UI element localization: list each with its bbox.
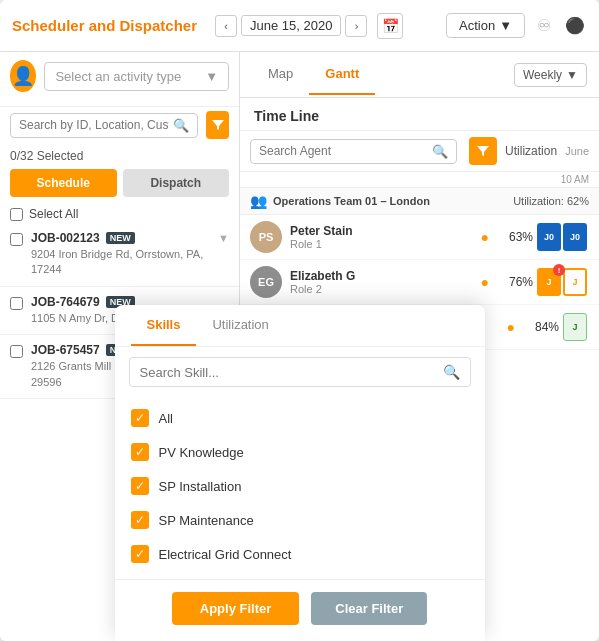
date-column-header: June bbox=[565, 145, 589, 157]
sidebar-search-row: 🔍 bbox=[0, 107, 239, 143]
agent-search-icon: 🔍 bbox=[432, 144, 448, 159]
filter-icon bbox=[211, 118, 225, 132]
agent-name-0: Peter Stain bbox=[290, 224, 481, 238]
location-icon-2: ● bbox=[507, 319, 515, 335]
team-utilization: Utilization: 62% bbox=[513, 195, 589, 207]
filter-tabs: Skills Utilization bbox=[115, 305, 485, 347]
select-all-row: Select All bbox=[0, 203, 239, 223]
team-icon: 👥 bbox=[250, 193, 267, 209]
job-item: JOB-002123 NEW ▼ 9204 Iron Bridge Rd, Or… bbox=[0, 223, 239, 287]
activity-placeholder: Select an activity type bbox=[55, 69, 181, 84]
agent-utilization-0: 63% bbox=[497, 230, 533, 244]
filter-overlay: Skills Utilization 🔍 ✓ All ✓ PV Knowledg… bbox=[115, 305, 485, 641]
job-id-2: JOB-675457 bbox=[31, 343, 100, 357]
action-label: Action bbox=[459, 18, 495, 33]
refresh-icon[interactable]: ♾ bbox=[535, 14, 553, 37]
checkbox-checked-2: ✓ bbox=[131, 477, 149, 495]
filter-search-bar: 🔍 bbox=[129, 357, 471, 387]
job-search-bar: 🔍 bbox=[10, 113, 198, 138]
filter-options: ✓ All ✓ PV Knowledge ✓ SP Installation ✓… bbox=[115, 397, 485, 579]
time-row: 10 AM bbox=[240, 172, 599, 188]
checkbox-checked-1: ✓ bbox=[131, 443, 149, 461]
gantt-bar-area-0: J0 J0 bbox=[537, 223, 589, 251]
agent-avatar-1: EG bbox=[250, 266, 282, 298]
conflict-indicator: ! bbox=[553, 264, 565, 276]
job-checkbox-2[interactable] bbox=[10, 345, 23, 358]
checkbox-checked-0: ✓ bbox=[131, 409, 149, 427]
filter-search-input[interactable] bbox=[140, 365, 437, 380]
filter-option-label-1: PV Knowledge bbox=[159, 445, 244, 460]
user-icon: 👤 bbox=[10, 60, 36, 92]
job-search-input[interactable] bbox=[19, 118, 169, 132]
gantt-bar-conflict: J ! bbox=[537, 268, 561, 296]
filter-search-icon: 🔍 bbox=[443, 364, 460, 380]
action-button[interactable]: Action ▼ bbox=[446, 13, 525, 38]
time-label: 10 AM bbox=[561, 174, 589, 185]
select-all-checkbox[interactable] bbox=[10, 208, 23, 221]
checkbox-checked-4: ✓ bbox=[131, 545, 149, 563]
date-navigation: ‹ June 15, 2020 › bbox=[215, 15, 367, 37]
app-title: Scheduler and Dispatcher bbox=[12, 17, 197, 34]
settings-icon[interactable]: ⚫ bbox=[563, 14, 587, 37]
schedule-button[interactable]: Schedule bbox=[10, 169, 117, 197]
location-icon-0: ● bbox=[481, 229, 489, 245]
agent-utilization-1: 76% bbox=[497, 275, 533, 289]
filter-option[interactable]: ✓ All bbox=[129, 401, 471, 435]
job-badge-0: NEW bbox=[106, 232, 135, 244]
next-date-button[interactable]: › bbox=[345, 15, 367, 37]
view-selector[interactable]: Weekly ▼ bbox=[514, 63, 587, 87]
apply-filter-button[interactable]: Apply Filter bbox=[172, 592, 300, 625]
calendar-icon[interactable]: 📅 bbox=[377, 13, 403, 39]
dropdown-arrow-icon: ▼ bbox=[205, 69, 218, 84]
team-name: Operations Team 01 – London bbox=[273, 195, 430, 207]
gantt-bar-area-1: J ! J bbox=[537, 268, 589, 296]
checkbox-checked-3: ✓ bbox=[131, 511, 149, 529]
filter-tab-utilization[interactable]: Utilization bbox=[196, 305, 284, 346]
sidebar-top: 👤 Select an activity type ▼ bbox=[0, 52, 239, 107]
agent-row: EG Elizabeth G Role 2 ● 76% J ! J bbox=[240, 260, 599, 305]
agent-avatar-0: PS bbox=[250, 221, 282, 253]
agent-utilization-2: 84% bbox=[523, 320, 559, 334]
job-checkbox-0[interactable] bbox=[10, 233, 23, 246]
filter-button[interactable] bbox=[206, 111, 229, 139]
select-all-label: Select All bbox=[29, 207, 78, 221]
agent-role-0: Role 1 bbox=[290, 238, 481, 250]
agent-filter-button[interactable] bbox=[469, 137, 497, 165]
job-expand-icon-0[interactable]: ▼ bbox=[218, 232, 229, 244]
gantt-bar-area-2: J bbox=[563, 313, 589, 341]
current-date: June 15, 2020 bbox=[241, 15, 341, 36]
selected-count: 0/32 Selected bbox=[10, 149, 83, 163]
activity-type-selector[interactable]: Select an activity type ▼ bbox=[44, 62, 229, 91]
job-id-0: JOB-002123 bbox=[31, 231, 100, 245]
tab-gantt[interactable]: Gantt bbox=[309, 54, 375, 95]
job-checkbox-1[interactable] bbox=[10, 297, 23, 310]
gantt-bar: J0 bbox=[563, 223, 587, 251]
clear-filter-button[interactable]: Clear Filter bbox=[311, 592, 427, 625]
tab-map[interactable]: Map bbox=[252, 54, 309, 95]
filter-option-label-2: SP Installation bbox=[159, 479, 242, 494]
filter-option[interactable]: ✓ Electrical Grid Connect bbox=[129, 537, 471, 571]
utilization-label: Utilization bbox=[505, 144, 557, 158]
filter-option[interactable]: ✓ SP Installation bbox=[129, 469, 471, 503]
filter-tab-skills[interactable]: Skills bbox=[131, 305, 197, 346]
filter-option-label-0: All bbox=[159, 411, 173, 426]
filter-option[interactable]: ✓ PV Knowledge bbox=[129, 435, 471, 469]
dispatch-button[interactable]: Dispatch bbox=[123, 169, 230, 197]
filter-option-label-3: SP Maintenance bbox=[159, 513, 254, 528]
agent-search-input[interactable] bbox=[259, 144, 428, 158]
view-label: Weekly bbox=[523, 68, 562, 82]
filter-actions: Apply Filter Clear Filter bbox=[115, 579, 485, 641]
view-chevron-icon: ▼ bbox=[566, 68, 578, 82]
app-header: Scheduler and Dispatcher ‹ June 15, 2020… bbox=[0, 0, 599, 52]
job-info-0: JOB-002123 NEW ▼ 9204 Iron Bridge Rd, Or… bbox=[31, 231, 229, 278]
job-address-0: 9204 Iron Bridge Rd, Orrstown, PA, 17244 bbox=[31, 247, 229, 278]
gantt-toolbar: 🔍 Utilization June bbox=[240, 131, 599, 172]
filter-option-label-4: Electrical Grid Connect bbox=[159, 547, 292, 562]
gantt-bar-outline: J bbox=[563, 268, 587, 296]
action-buttons-row: Schedule Dispatch bbox=[0, 169, 239, 203]
filter-option[interactable]: ✓ SP Maintenance bbox=[129, 503, 471, 537]
agent-filter-icon bbox=[476, 144, 490, 158]
prev-date-button[interactable]: ‹ bbox=[215, 15, 237, 37]
location-icon-1: ● bbox=[481, 274, 489, 290]
gantt-bar: J0 bbox=[537, 223, 561, 251]
